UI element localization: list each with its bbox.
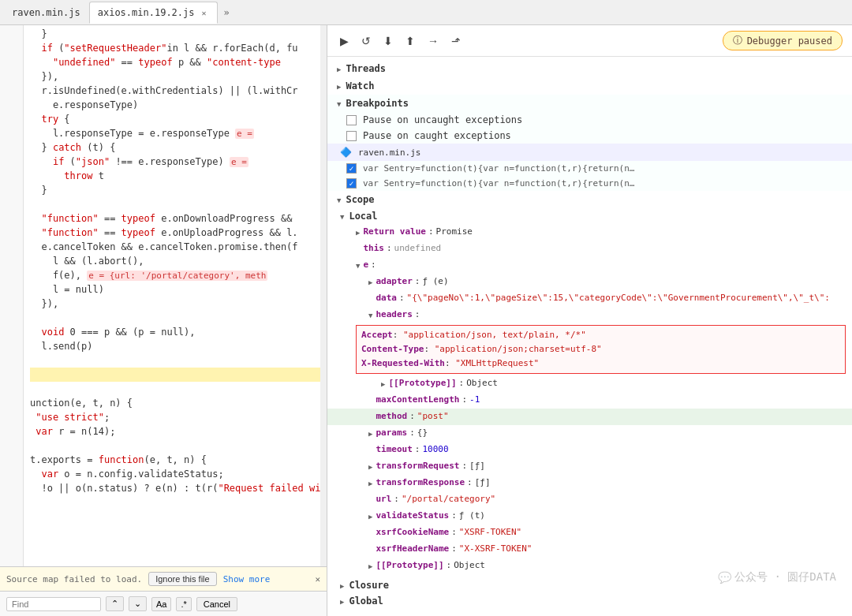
debugger-paused-badge: ⓘ Debugger paused	[723, 31, 843, 50]
scope-section-header[interactable]: Scope	[327, 191, 852, 208]
code-line: l.responseType = e.responseType e =	[30, 126, 320, 140]
code-line: t.exports = function(e, t, n) {	[30, 453, 320, 467]
breakpoints-label: Breakpoints	[346, 98, 408, 109]
local-section-header[interactable]: Local	[327, 208, 852, 224]
pause-uncaught-checkbox[interactable]	[346, 115, 357, 125]
code-line: if ("setRequestHeader"in l && r.forEach(…	[30, 41, 320, 55]
find-prev-button[interactable]: ⌃	[106, 596, 124, 611]
code-line: unction(e, t, n) {	[30, 396, 320, 410]
code-panel: } if ("setRequestHeader"in l && r.forEac…	[0, 25, 327, 616]
code-line: } catch (t) {	[30, 140, 320, 155]
code-line: l.send(p)	[30, 339, 320, 353]
tree-tr-tri: ▶	[368, 461, 372, 474]
code-line: }),	[30, 297, 320, 311]
code-line	[30, 353, 320, 368]
show-more-button[interactable]: Show more	[223, 574, 271, 584]
code-content: } if ("setRequestHeader"in l && r.forEac…	[24, 25, 320, 566]
watch-label: Watch	[346, 80, 374, 91]
header-x-requested-with: X-Requested-With: "XMLHttpRequest"	[361, 357, 840, 371]
tree-proto-headers[interactable]: ▶ [[Prototype]] : Object	[327, 375, 852, 392]
bp-code-1: var Sentry=function(t){var n=function(t,…	[363, 163, 639, 174]
scope-label: Scope	[346, 194, 374, 205]
watch-triangle-icon	[337, 80, 341, 91]
tree-xsrf-cookie: ▶ xsrfCookieName : "XSRF-TOKEN"	[327, 525, 852, 541]
tree-validatestatus[interactable]: ▶ validateStatus : ƒ (t)	[327, 508, 852, 525]
tree-proto-e[interactable]: ▶ [[Prototype]] : Object	[327, 558, 852, 574]
tab-more-button[interactable]: »	[218, 4, 236, 21]
tree-timeout: ▶ timeout : 10000	[327, 442, 852, 458]
code-line: !o || o(n.status) ? e(n) : t(r("Request …	[30, 481, 320, 495]
debug-toolbar: ▶ ↺ ⬇ ⬆ → ⬏ ⓘ Debugger paused	[327, 25, 852, 57]
tree-url: ▶ url : "/portal/category"	[327, 491, 852, 508]
bp-checkbox-1[interactable]	[346, 163, 357, 174]
tree-transform-request[interactable]: ▶ transformRequest : [ƒ]	[327, 458, 852, 475]
tree-proto-e-tri: ▶	[368, 560, 372, 573]
closure-section-header[interactable]: Closure	[327, 577, 852, 593]
watch-section-header[interactable]: Watch	[327, 77, 852, 95]
pause-caught-checkbox[interactable]	[346, 131, 357, 141]
threads-section-header[interactable]: Threads	[327, 60, 852, 77]
headers-box: Accept: "application/json, text/plain, *…	[356, 325, 846, 374]
code-line: l && (l.abort(),	[30, 254, 320, 268]
debug-step-into-button[interactable]: ⬇	[380, 33, 396, 49]
tree-proto-tri: ▶	[381, 378, 385, 391]
tab-raven[interactable]: raven.min.js	[3, 2, 89, 24]
debug-step-out-button[interactable]: ⬆	[402, 33, 418, 49]
find-next-button[interactable]: ⌄	[129, 596, 147, 611]
tree-trs-tri: ▶	[368, 477, 372, 491]
tab-axios-close[interactable]: ✕	[200, 8, 209, 18]
tree-params[interactable]: ▶ params : {}	[327, 425, 852, 442]
breakpoints-triangle-icon	[337, 98, 341, 109]
tree-adapter[interactable]: ▶ adapter : ƒ (e)	[327, 274, 852, 290]
code-line	[30, 382, 320, 396]
debug-step-over-button[interactable]: ↺	[358, 33, 374, 49]
tab-axios-label: axios.min.19.2.js	[98, 7, 195, 18]
tree-e[interactable]: ▼ e :	[327, 257, 852, 274]
debug-resume-button[interactable]: ▶	[337, 33, 352, 49]
tree-e-tri: ▼	[356, 259, 360, 273]
source-map-message: Source map failed to load.	[6, 574, 142, 584]
tree-tri: ▶	[356, 226, 360, 240]
tree-method: ▶ method : "post"	[327, 409, 852, 425]
code-line: "function" == typeof e.onDownloadProgres…	[30, 211, 320, 226]
source-map-close-button[interactable]: ✕	[315, 574, 320, 584]
tab-raven-label: raven.min.js	[12, 7, 80, 18]
code-line: f(e), e = {url: '/portal/category', meth	[30, 268, 320, 282]
global-section-header[interactable]: Global	[327, 593, 852, 609]
tree-data: ▶ data : "{\"pageNo\":1,\"pageSize\":15,…	[327, 290, 852, 307]
bp-code-2: var Sentry=function(t){var n=function(t,…	[363, 178, 639, 189]
code-line: if ("json" !== e.responseType) e =	[30, 155, 320, 169]
ignore-file-button[interactable]: Ignore this file	[148, 572, 216, 586]
bp-file-header[interactable]: 🔷 raven.min.js	[327, 144, 852, 161]
main-content: } if ("setRequestHeader"in l && r.forEac…	[0, 25, 852, 616]
bp-item-1[interactable]: var Sentry=function(t){var n=function(t,…	[327, 161, 852, 176]
bp-item-2[interactable]: var Sentry=function(t){var n=function(t,…	[327, 176, 852, 191]
find-case-button[interactable]: Aa	[151, 597, 171, 611]
tree-xsrf-header: ▶ xsrfHeaderName : "X-XSRF-TOKEN"	[327, 541, 852, 558]
code-line: }),	[30, 69, 320, 84]
code-line: l = null)	[30, 282, 320, 297]
bp-file-name: raven.min.js	[358, 147, 420, 158]
scope-triangle-icon	[337, 194, 341, 205]
debug-deactivate-button[interactable]: ⬏	[448, 33, 464, 49]
find-input[interactable]	[6, 597, 101, 611]
bp-checkbox-2[interactable]	[346, 178, 357, 189]
pause-uncaught-option[interactable]: Pause on uncaught exceptions	[327, 112, 852, 128]
scope-tree: ▶ Return value : Promise ▶ this : undefi…	[327, 224, 852, 577]
code-line: var r = n(14);	[30, 424, 320, 439]
debug-sections: Threads Watch Breakpoints Pause on uncau…	[327, 57, 852, 616]
debug-step-button[interactable]: →	[424, 33, 442, 49]
breakpoints-section-header[interactable]: Breakpoints	[327, 95, 852, 112]
pause-caught-option[interactable]: Pause on caught exceptions	[327, 128, 852, 144]
code-line	[30, 197, 320, 211]
find-regex-button[interactable]: .*	[176, 597, 191, 611]
local-label: Local	[349, 211, 377, 222]
code-line: }	[30, 183, 320, 197]
scroll-bar[interactable]	[320, 25, 327, 566]
code-area: } if ("setRequestHeader"in l && r.forEac…	[0, 25, 327, 566]
find-cancel-button[interactable]: Cancel	[196, 597, 237, 611]
tree-transform-response[interactable]: ▶ transformResponse : [ƒ]	[327, 475, 852, 491]
source-map-bar: Source map failed to load. Ignore this f…	[0, 566, 327, 591]
tree-headers[interactable]: ▼ headers :	[327, 307, 852, 323]
tab-axios[interactable]: axios.min.19.2.js ✕	[89, 2, 218, 24]
